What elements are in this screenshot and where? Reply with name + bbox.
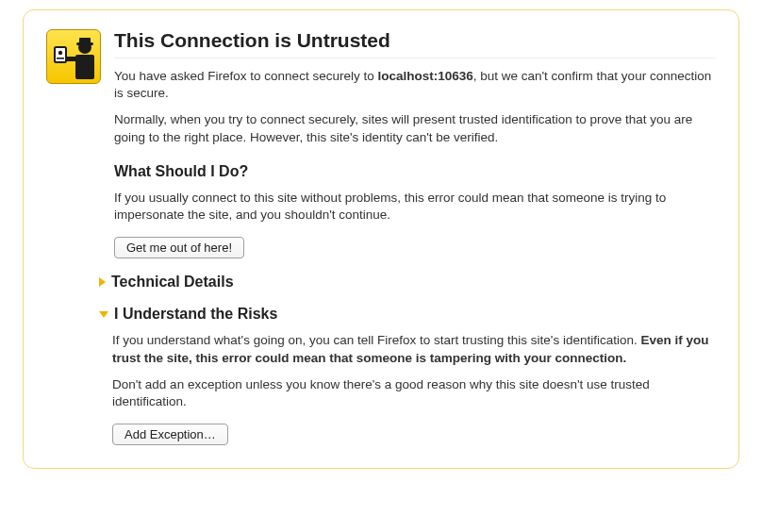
intro-paragraph: You have asked Firefox to connect secure… [114, 68, 716, 102]
intro-host: localhost:10636 [377, 69, 472, 83]
normally-paragraph: Normally, when you try to connect secure… [114, 111, 716, 145]
what-should-i-do-paragraph: If you usually connect to this site with… [114, 190, 716, 224]
untrusted-connection-panel: This Connection is Untrusted You have as… [23, 9, 739, 469]
understand-risks-heading: I Understand the Risks [114, 306, 277, 323]
svg-rect-3 [79, 38, 91, 43]
chevron-down-icon [99, 311, 108, 318]
understand-risks-toggle[interactable]: I Understand the Risks [99, 306, 716, 323]
risks-paragraph-1: If you understand what's going on, you c… [112, 332, 716, 366]
technical-details-toggle[interactable]: Technical Details [99, 274, 716, 291]
risks-paragraph-2: Don't add an exception unless you know t… [112, 376, 716, 410]
warning-badge-icon [46, 29, 101, 84]
add-exception-button[interactable]: Add Exception… [112, 424, 228, 445]
svg-point-6 [58, 51, 62, 55]
what-should-i-do-heading: What Should I Do? [114, 163, 716, 180]
get-me-out-button[interactable]: Get me out of here! [114, 237, 244, 258]
technical-details-heading: Technical Details [111, 274, 234, 291]
intro-prefix: You have asked Firefox to connect secure… [114, 69, 377, 83]
page-title: This Connection is Untrusted [114, 29, 716, 58]
chevron-right-icon [99, 277, 106, 287]
svg-rect-7 [57, 58, 64, 59]
risks-p1-prefix: If you understand what's going on, you c… [112, 333, 640, 347]
